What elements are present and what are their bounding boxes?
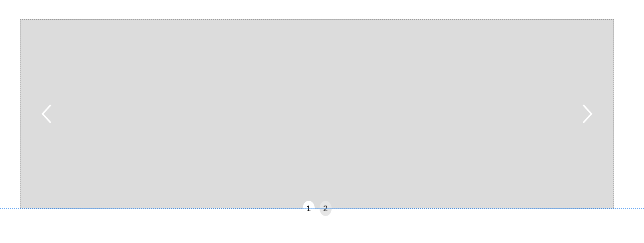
chevron-right-icon: [581, 103, 594, 124]
selection-guide-line: [0, 208, 644, 209]
carousel-next-button[interactable]: [575, 102, 599, 126]
carousel-slide: 1 2: [20, 19, 614, 208]
chevron-left-icon: [40, 103, 53, 124]
carousel-prev-button[interactable]: [35, 102, 59, 126]
